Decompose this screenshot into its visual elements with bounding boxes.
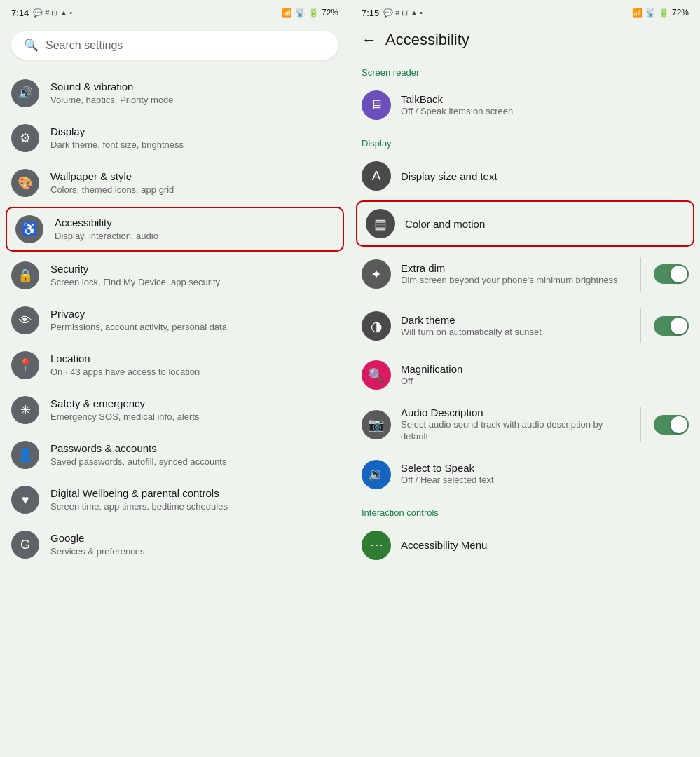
toggle-audio-description[interactable] [654,415,689,435]
time-left: 7:14 [11,8,29,18]
acc-item-display-size[interactable]: A Display size and text [350,153,700,199]
settings-subtitle-location: On · 43 apps have access to location [50,367,338,378]
settings-item-passwords[interactable]: 👤 Passwords & accounts Saved passwords, … [0,432,350,477]
settings-subtitle-wallpaper: Colors, themed icons, app grid [50,184,338,196]
acc-title-talkback: TalkBack [401,93,689,105]
settings-item-google[interactable]: G Google Services & preferences [0,522,350,567]
messenger-icon: 💬 [33,8,43,18]
acc-item-color-motion[interactable]: ▤ Color and motion [356,200,694,247]
settings-subtitle-accessibility: Display, interaction, audio [55,231,334,243]
wifi-icon-r: 📶 [632,8,643,18]
settings-item-wellbeing[interactable]: ♥ Digital Wellbeing & parental controls … [0,477,350,522]
acc-subtitle-dark-theme: Will turn on automatically at sunset [401,327,628,339]
cast-icon: ⊡ [51,8,57,18]
section-label-screen-reader: Screen reader [350,57,700,82]
acc-title-select-to-speak: Select to Speak [401,462,689,474]
acc-title-audio-description: Audio Description [401,407,628,418]
acc-icon-color-motion: ▤ [366,209,395,238]
page-title: Accessibility [385,31,469,49]
settings-item-security[interactable]: 🔒 Security Screen lock, Find My Device, … [0,253,350,298]
search-placeholder: Search settings [46,39,123,52]
acc-item-accessibility-menu[interactable]: ⋯ Accessibility Menu [350,522,700,568]
battery-percent-right: 72% [672,8,689,18]
page-header: ← Accessibility [350,25,700,57]
acc-item-talkback[interactable]: 🖥 TalkBack Off / Speak items on screen [350,82,700,128]
settings-item-privacy[interactable]: 👁 Privacy Permissions, account activity,… [0,298,350,343]
settings-item-accessibility[interactable]: ♿ Accessibility Display, interaction, au… [6,207,344,252]
settings-item-wallpaper[interactable]: 🎨 Wallpaper & style Colors, themed icons… [0,161,350,205]
cast-icon-r: ⊡ [402,8,408,18]
acc-item-extra-dim[interactable]: ✦ Extra dim Dim screen beyond your phone… [350,248,700,300]
settings-list: 🔊 Sound & vibration Volume, haptics, Pri… [0,68,350,757]
acc-item-dark-theme[interactable]: ◑ Dark theme Will turn on automatically … [350,300,700,352]
settings-title-accessibility: Accessibility [55,216,334,230]
toggle-extra-dim[interactable] [654,264,689,284]
settings-icon-safety: ✳ [11,396,39,424]
nav-icon: ▲ [60,8,67,18]
settings-text-display: Display Dark theme, font size, brightnes… [50,125,338,151]
acc-text-talkback: TalkBack Off / Speak items on screen [401,93,689,118]
acc-text-magnification: Magnification Off [401,363,689,388]
settings-subtitle-security: Screen lock, Find My Device, app securit… [50,277,338,289]
acc-item-select-to-speak[interactable]: 🔉 Select to Speak Off / Hear selected te… [350,451,700,498]
settings-icon-wallpaper: 🎨 [11,169,39,197]
settings-item-location[interactable]: 📍 Location On · 43 apps have access to l… [0,343,350,388]
divider-audio-description [640,407,641,442]
acc-icon-select-to-speak: 🔉 [362,460,391,489]
settings-item-sound[interactable]: 🔊 Sound & vibration Volume, haptics, Pri… [0,71,350,116]
acc-item-magnification[interactable]: 🔍 Magnification Off [350,352,700,398]
acc-text-color-motion: Color and motion [405,218,685,230]
back-button[interactable]: ← [362,31,377,49]
search-bar[interactable]: 🔍 Search settings [11,31,338,60]
acc-icon-talkback: 🖥 [362,90,391,120]
settings-icon-wellbeing: ♥ [11,486,39,514]
search-container: 🔍 Search settings [0,25,350,68]
acc-icon-audio-description: 📷 [362,410,391,439]
acc-icon-magnification: 🔍 [362,360,391,390]
toggle-dark-theme[interactable] [654,316,689,336]
acc-subtitle-magnification: Off [401,376,689,388]
acc-title-dark-theme: Dark theme [401,314,628,326]
battery-icon-r: 🔋 [659,8,669,18]
settings-title-passwords: Passwords & accounts [50,442,338,456]
acc-icon-display-size: A [362,161,391,191]
settings-subtitle-display: Dark theme, font size, brightness [50,139,338,151]
settings-text-passwords: Passwords & accounts Saved passwords, au… [50,442,338,468]
divider-extra-dim [640,257,641,292]
left-panel: 7:14 💬 # ⊡ ▲ • 📶 📡 🔋 72% 🔍 Search settin… [0,0,350,757]
settings-icon-privacy: 👁 [11,306,39,334]
divider-dark-theme [640,308,641,343]
settings-text-accessibility: Accessibility Display, interaction, audi… [55,216,334,242]
wifi-icon: 📶 [282,8,292,18]
settings-text-safety: Safety & emergency Emergency SOS, medica… [50,397,338,423]
settings-title-google: Google [50,531,338,545]
settings-subtitle-safety: Emergency SOS, medical info, alerts [50,411,338,423]
acc-item-audio-description[interactable]: 📷 Audio Description Select audio sound t… [350,398,700,451]
status-bar-left: 7:14 💬 # ⊡ ▲ • 📶 📡 🔋 72% [0,0,350,25]
acc-icon-dark-theme: ◑ [362,311,391,341]
signal-icon-r: 📡 [645,8,656,18]
acc-icon-accessibility-menu: ⋯ [362,531,391,560]
settings-subtitle-privacy: Permissions, account activity, personal … [50,322,338,334]
acc-title-accessibility-menu: Accessibility Menu [401,539,689,551]
acc-icon-extra-dim: ✦ [362,259,391,289]
settings-item-safety[interactable]: ✳ Safety & emergency Emergency SOS, medi… [0,388,350,432]
acc-subtitle-extra-dim: Dim screen beyond your phone's minimum b… [401,275,628,287]
acc-title-display-size: Display size and text [401,170,689,182]
status-time-left: 7:14 💬 # ⊡ ▲ • [11,8,72,18]
settings-icon-accessibility: ♿ [15,215,43,243]
acc-subtitle-select-to-speak: Off / Hear selected text [401,475,689,486]
acc-title-extra-dim: Extra dim [401,262,628,274]
settings-subtitle-passwords: Saved passwords, autofill, synced accoun… [50,456,338,468]
battery-percent-left: 72% [322,8,338,18]
hub-icon-r: # [395,8,399,18]
settings-item-display[interactable]: ⚙ Display Dark theme, font size, brightn… [0,116,350,161]
settings-title-wellbeing: Digital Wellbeing & parental controls [50,486,338,500]
settings-title-location: Location [50,352,338,366]
acc-text-display-size: Display size and text [401,170,689,182]
settings-title-wallpaper: Wallpaper & style [50,170,338,184]
search-icon: 🔍 [24,38,39,53]
settings-subtitle-wellbeing: Screen time, app timers, bedtime schedul… [50,501,338,513]
time-right: 7:15 [362,8,379,18]
settings-title-sound: Sound & vibration [50,80,338,94]
